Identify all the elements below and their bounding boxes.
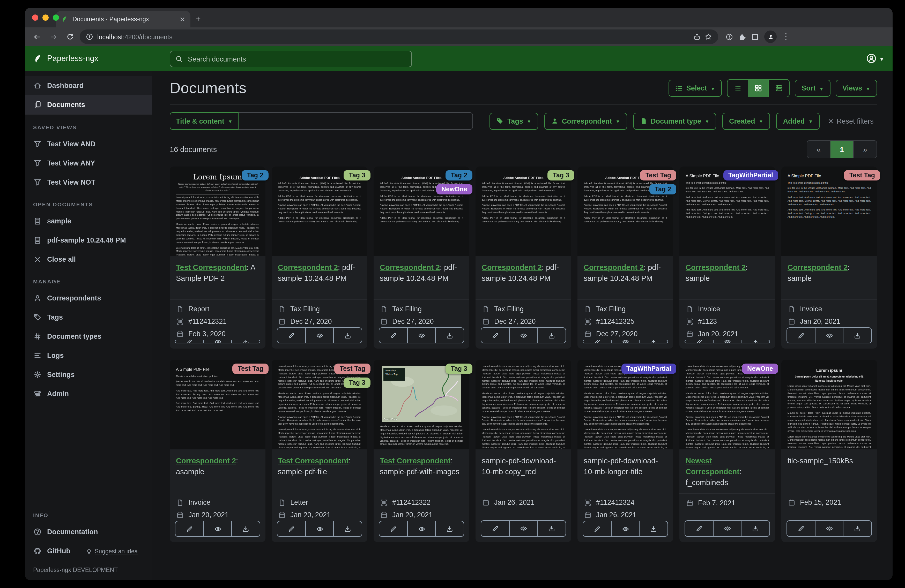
views-button[interactable]: Views ▼	[836, 80, 877, 97]
sidebar-item-test-view-and[interactable]: Test View AND	[25, 135, 152, 154]
download-button[interactable]	[639, 340, 667, 343]
edit-button[interactable]	[583, 340, 611, 343]
correspondent-link[interactable]: Correspondent 2	[278, 263, 338, 271]
tag-badge[interactable]: Tag 3	[344, 170, 370, 181]
reload-button[interactable]	[63, 30, 76, 43]
reset-filters[interactable]: ✕ Reset filters	[828, 117, 873, 125]
sidebar-item-logs[interactable]: Logs	[25, 346, 152, 365]
tag-badge[interactable]: Tag 3	[344, 377, 370, 388]
filter-correspondent-button[interactable]: Correspondent▼	[545, 113, 627, 130]
download-button[interactable]	[537, 328, 565, 343]
sidebar-item-correspondents[interactable]: Correspondents	[25, 288, 152, 308]
correspondent-link[interactable]: Correspondent 2	[176, 456, 236, 465]
view-button[interactable]	[203, 340, 231, 343]
back-button[interactable]	[30, 30, 43, 43]
edit-button[interactable]	[685, 521, 713, 536]
sidebar-item-documentation[interactable]: Documentation	[25, 522, 152, 542]
document-card[interactable]: Lorem ipsum dolor sit amet, consectetur …	[578, 360, 673, 542]
correspondent-link[interactable]: Correspondent 2	[584, 263, 644, 271]
sidebar-item-document-types[interactable]: Document types	[25, 327, 152, 346]
tag-badge[interactable]: Tag 2	[242, 170, 268, 181]
view-button[interactable]	[305, 328, 333, 343]
select-button[interactable]: Select ▼	[669, 80, 722, 97]
view-button[interactable]	[815, 521, 843, 536]
document-card[interactable]: Lorem ipsum dolor sit amet, consectetur …	[272, 360, 367, 542]
document-card[interactable]: A Simple PDF FileThis is a small demonst…	[170, 360, 265, 542]
view-button[interactable]	[815, 328, 843, 343]
side-panel-icon[interactable]	[751, 33, 759, 41]
sidebar-item-settings[interactable]: Settings	[25, 365, 152, 384]
edit-button[interactable]	[787, 521, 815, 536]
close-window-button[interactable]	[32, 14, 38, 21]
view-button[interactable]	[407, 328, 435, 343]
sidebar-item-sample[interactable]: sample	[25, 211, 152, 231]
sidebar-item-documents[interactable]: Documents	[25, 95, 152, 114]
new-tab-button[interactable]: +	[191, 11, 206, 27]
tag-badge[interactable]: Test Tag	[640, 170, 676, 181]
document-thumbnail[interactable]: Lorem ipsum dolor sit amet, consectetur …	[476, 360, 571, 449]
sort-button[interactable]: Sort ▼	[795, 80, 830, 97]
correspondent-link[interactable]: Correspondent 2	[686, 263, 746, 271]
download-button[interactable]	[435, 521, 464, 536]
download-button[interactable]	[232, 340, 260, 343]
edit-button[interactable]	[379, 521, 407, 536]
sidebar-item-github[interactable]: GitHub	[25, 542, 79, 561]
document-card[interactable]: Lorem ipsum dolor sit amet, consectetur …	[476, 360, 571, 542]
download-button[interactable]	[741, 340, 769, 343]
download-button[interactable]	[639, 521, 667, 536]
document-card[interactable]: Boundary Waters TripGoogle EarthMauris a…	[373, 360, 469, 542]
sidebar-item-dashboard[interactable]: Dashboard	[25, 76, 152, 95]
sidebar-item-pdf-sample-10-24-48-pm[interactable]: pdf-sample 10.24.48 PM	[25, 231, 152, 250]
document-card[interactable]: Lorem ipsum dolor sit amet, consectetur …	[680, 360, 775, 542]
forward-button[interactable]	[46, 30, 60, 43]
tag-badge[interactable]: TagWithPartial	[621, 364, 676, 374]
password-manager-icon[interactable]	[726, 33, 733, 41]
tag-badge[interactable]: Test Tag	[844, 170, 880, 181]
correspondent-link[interactable]: Correspondent 2	[380, 263, 440, 271]
correspondent-link[interactable]: Correspondent 2	[788, 263, 848, 271]
sidebar-item-admin[interactable]: Admin	[25, 384, 152, 403]
extensions-puzzle-icon[interactable]	[738, 33, 746, 41]
correspondent-link[interactable]: Correspondent 2	[482, 263, 542, 271]
correspondent-link[interactable]: Test Correspondent	[176, 263, 246, 271]
maximize-window-button[interactable]	[53, 14, 59, 21]
edit-button[interactable]	[379, 328, 407, 343]
tag-badge[interactable]: NewOne	[436, 184, 472, 195]
tag-badge[interactable]: NewOne	[742, 364, 778, 374]
suggest-an-idea-link[interactable]: Suggest an idea	[86, 548, 138, 554]
filter-text-input[interactable]	[239, 112, 473, 130]
document-card[interactable]: A Simple PDF FileThis is a small demonst…	[781, 166, 877, 349]
edit-button[interactable]	[787, 328, 815, 343]
correspondent-link[interactable]: Newest Correspondent	[686, 456, 740, 476]
filter-field-selector[interactable]: Title & content ▼	[170, 112, 239, 130]
tag-badge[interactable]: Tag 3	[446, 364, 472, 374]
edit-button[interactable]	[277, 328, 305, 343]
share-icon[interactable]	[693, 33, 700, 40]
tag-badge[interactable]: Tag 3	[548, 170, 574, 181]
tag-badge[interactable]: Test Tag	[233, 364, 268, 374]
view-toggle-grid[interactable]	[748, 80, 768, 97]
download-button[interactable]	[537, 521, 565, 536]
tag-badge[interactable]: Test Tag	[335, 364, 370, 374]
pagination-current[interactable]: 1	[830, 141, 853, 158]
edit-button[interactable]	[277, 521, 305, 536]
view-button[interactable]	[509, 521, 537, 536]
sidebar-item-tags[interactable]: Tags	[25, 308, 152, 327]
document-card[interactable]: Adobe Acrobat PDF FilesAdobe® Portable D…	[578, 166, 673, 349]
minimize-window-button[interactable]	[43, 14, 49, 21]
filter-tags-button[interactable]: Tags▼	[490, 113, 538, 130]
download-button[interactable]	[435, 328, 464, 343]
site-info-icon[interactable]	[86, 33, 93, 40]
view-button[interactable]	[611, 521, 639, 536]
edit-button[interactable]	[175, 340, 203, 343]
filter-document-type-button[interactable]: Document type▼	[633, 113, 716, 130]
view-button[interactable]	[203, 521, 231, 536]
download-button[interactable]	[843, 328, 872, 343]
filter-created-button[interactable]: Created▼	[722, 113, 770, 130]
browser-tab[interactable]: Documents - Paperless-ngx ✕	[56, 11, 191, 27]
sidebar-item-test-view-not[interactable]: Test View NOT	[25, 173, 152, 192]
tag-badge[interactable]: TagWithPartial	[723, 170, 778, 181]
download-button[interactable]	[843, 521, 872, 536]
bookmark-star-icon[interactable]	[705, 33, 712, 40]
document-card[interactable]: Adobe Acrobat PDF FilesAdobe® Portable D…	[476, 166, 571, 349]
